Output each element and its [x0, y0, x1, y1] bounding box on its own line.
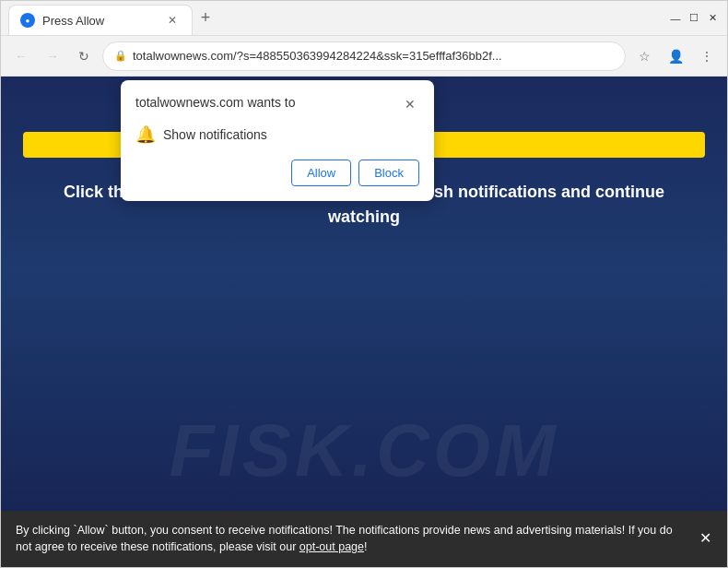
minimize-button[interactable]: —	[668, 11, 683, 26]
bottom-bar-text-after: !	[364, 540, 367, 553]
block-button[interactable]: Block	[358, 160, 419, 186]
notification-row: 🔔 Show notifications	[135, 124, 419, 145]
bell-icon: 🔔	[135, 124, 156, 145]
content-area: FISK.COM 99% Click the «Allow» button to…	[1, 77, 727, 567]
url-text: totalwownews.com/?s=488550363994284224&s…	[133, 49, 614, 63]
bottom-bar-close-button[interactable]: ✕	[694, 527, 716, 550]
tab-favicon-icon	[20, 13, 35, 28]
tab-title: Press Allow	[42, 14, 157, 28]
tab-area: Press Allow ✕ +	[8, 1, 661, 35]
browser-tab[interactable]: Press Allow ✕	[8, 5, 193, 35]
popup-close-button[interactable]: ✕	[401, 95, 419, 113]
new-tab-button[interactable]: +	[193, 6, 218, 31]
window-controls: — ☐ ✕	[668, 11, 720, 26]
popup-title: totalwownews.com wants to	[135, 95, 296, 110]
menu-button[interactable]: ⋮	[694, 43, 720, 69]
profile-button[interactable]: 👤	[663, 43, 688, 69]
forward-button[interactable]: →	[40, 43, 65, 69]
opt-out-link[interactable]: opt-out page	[299, 540, 364, 553]
notification-label: Show notifications	[163, 127, 267, 142]
maximize-button[interactable]: ☐	[687, 11, 701, 26]
popup-actions: Allow Block	[135, 160, 419, 186]
window-close-button[interactable]: ✕	[705, 11, 720, 26]
title-bar: Press Allow ✕ + — ☐ ✕	[1, 1, 727, 36]
tab-close-button[interactable]: ✕	[164, 12, 181, 29]
back-button[interactable]: ←	[8, 43, 34, 69]
url-bar[interactable]: 🔒 totalwownews.com/?s=488550363994284224…	[102, 41, 626, 71]
allow-button[interactable]: Allow	[291, 160, 351, 186]
bottom-notification-bar: By clicking `Allow` button, you consent …	[1, 511, 727, 568]
browser-window: Press Allow ✕ + — ☐ ✕ ← → ↻ 🔒 totalwowne…	[0, 0, 728, 568]
permission-popup: totalwownews.com wants to ✕ 🔔 Show notif…	[121, 80, 434, 201]
watermark-text: FISK.COM	[169, 408, 558, 493]
popup-header: totalwownews.com wants to ✕	[135, 95, 419, 113]
address-bar: ← → ↻ 🔒 totalwownews.com/?s=488550363994…	[1, 36, 727, 77]
reload-button[interactable]: ↻	[71, 43, 97, 69]
lock-icon: 🔒	[114, 50, 127, 62]
bookmark-button[interactable]: ☆	[631, 43, 657, 69]
